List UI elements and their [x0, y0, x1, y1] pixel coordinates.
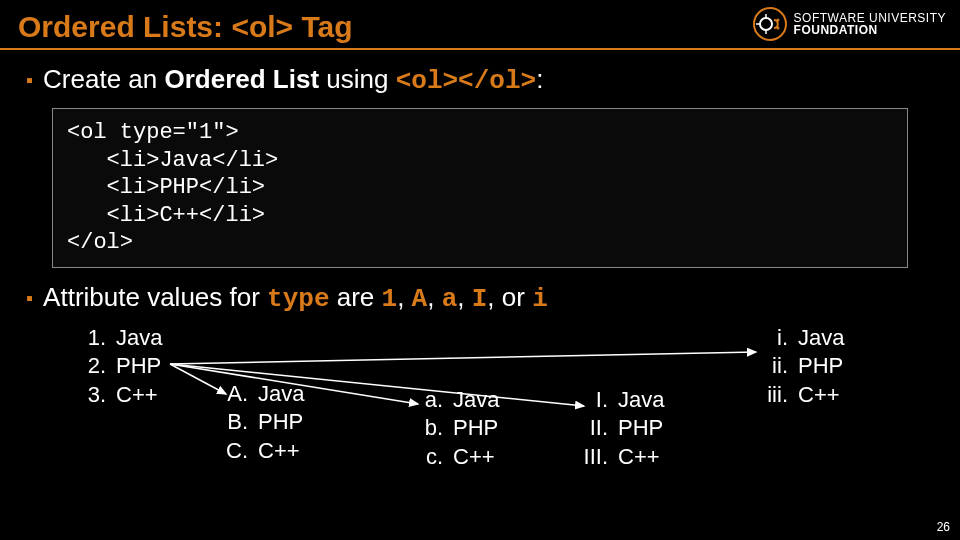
bullet-icon: ▪: [26, 282, 33, 314]
code-inline: i: [532, 284, 548, 314]
svg-point-1: [760, 18, 772, 30]
item: C++: [798, 381, 840, 410]
code-line: </ol>: [67, 230, 133, 255]
marker: II.: [580, 414, 608, 443]
code-line: <li>Java</li>: [67, 148, 278, 173]
marker: III.: [580, 443, 608, 472]
page-number: 26: [937, 520, 950, 534]
item: Java: [798, 324, 844, 353]
bullet-1-text: Create an Ordered List using <ol></ol>:: [43, 64, 543, 96]
text: using: [319, 64, 396, 94]
marker: 3.: [78, 381, 106, 410]
code-inline: <ol></ol>: [396, 66, 536, 96]
item: Java: [258, 380, 304, 409]
marker: I.: [580, 386, 608, 415]
item: PHP: [798, 352, 843, 381]
example-lower-alpha: a.Java b.PHP c.C++: [415, 386, 499, 472]
marker: b.: [415, 414, 443, 443]
code-inline: 1: [382, 284, 398, 314]
bullet-1: ▪ Create an Ordered List using <ol></ol>…: [0, 60, 960, 100]
marker: C.: [220, 437, 248, 466]
item: PHP: [453, 414, 498, 443]
marker: c.: [415, 443, 443, 472]
example-upper-alpha: A.Java B.PHP C.C++: [220, 380, 304, 466]
brand-logo: SOFTWARE UNIVERSITY FOUNDATION: [752, 6, 946, 42]
svg-point-3: [776, 27, 779, 30]
code-block: <ol type="1"> <li>Java</li> <li>PHP</li>…: [52, 108, 908, 268]
text-bold: Ordered List: [165, 64, 320, 94]
marker: 2.: [78, 352, 106, 381]
item: PHP: [116, 352, 161, 381]
bullet-2: ▪ Attribute values for type are 1, A, a,…: [0, 278, 960, 318]
text: Attribute values for: [43, 282, 267, 312]
code-line: <li>PHP</li>: [67, 175, 265, 200]
marker: A.: [220, 380, 248, 409]
item: C++: [618, 443, 660, 472]
examples-area: 1.Java 2.PHP 3.C++ A.Java B.PHP C.C++ a.…: [0, 324, 960, 524]
example-numeric: 1.Java 2.PHP 3.C++: [78, 324, 162, 410]
marker: iii.: [760, 381, 788, 410]
text: are: [330, 282, 382, 312]
bullet-icon: ▪: [26, 64, 33, 96]
brand-text: SOFTWARE UNIVERSITY FOUNDATION: [794, 12, 946, 36]
svg-line-4: [170, 364, 226, 394]
text: ,: [427, 282, 441, 312]
marker: 1.: [78, 324, 106, 353]
item: C++: [453, 443, 495, 472]
example-upper-roman: I.Java II.PHP III.C++: [580, 386, 664, 472]
item: Java: [453, 386, 499, 415]
text: ,: [457, 282, 471, 312]
item: Java: [618, 386, 664, 415]
item: PHP: [258, 408, 303, 437]
item: C++: [116, 381, 158, 410]
marker: B.: [220, 408, 248, 437]
marker: a.: [415, 386, 443, 415]
title-divider: [0, 48, 960, 50]
text: , or: [487, 282, 532, 312]
marker: ii.: [760, 352, 788, 381]
item: C++: [258, 437, 300, 466]
text: Create an: [43, 64, 164, 94]
bullet-2-text: Attribute values for type are 1, A, a, I…: [43, 282, 548, 314]
svg-point-2: [776, 19, 779, 22]
marker: i.: [760, 324, 788, 353]
code-inline: I: [472, 284, 488, 314]
code-inline: A: [412, 284, 428, 314]
item: Java: [116, 324, 162, 353]
code-inline: type: [267, 284, 329, 314]
text: :: [536, 64, 543, 94]
item: PHP: [618, 414, 663, 443]
code-line: <li>C++</li>: [67, 203, 265, 228]
code-line: <ol type="1">: [67, 120, 239, 145]
code-inline: a: [442, 284, 458, 314]
example-lower-roman: i.Java ii.PHP iii.C++: [760, 324, 844, 410]
text: ,: [397, 282, 411, 312]
brand-line-2: FOUNDATION: [794, 24, 946, 36]
svg-line-7: [170, 352, 756, 364]
lightbulb-gear-icon: [752, 6, 788, 42]
